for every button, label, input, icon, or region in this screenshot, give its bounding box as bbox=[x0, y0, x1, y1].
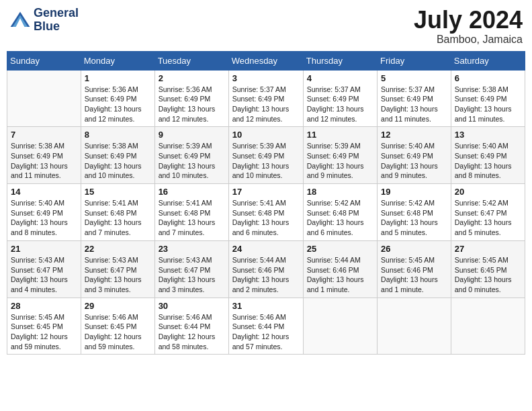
calendar-cell: 29Sunrise: 5:46 AM Sunset: 6:45 PM Dayli… bbox=[81, 298, 154, 355]
calendar-cell: 24Sunrise: 5:44 AM Sunset: 6:46 PM Dayli… bbox=[228, 240, 303, 298]
calendar-cell: 23Sunrise: 5:43 AM Sunset: 6:47 PM Dayli… bbox=[154, 240, 228, 298]
calendar-table: SundayMondayTuesdayWednesdayThursdayFrid… bbox=[7, 51, 525, 355]
day-number: 7 bbox=[11, 130, 77, 140]
day-number: 23 bbox=[159, 244, 225, 254]
day-number: 2 bbox=[159, 73, 225, 83]
day-number: 31 bbox=[232, 301, 300, 311]
day-number: 5 bbox=[381, 73, 447, 83]
day-number: 22 bbox=[85, 244, 151, 254]
day-number: 25 bbox=[307, 244, 373, 254]
calendar-cell: 26Sunrise: 5:45 AM Sunset: 6:46 PM Dayli… bbox=[378, 240, 451, 298]
day-info: Sunrise: 5:39 AM Sunset: 6:49 PM Dayligh… bbox=[307, 141, 373, 181]
day-info: Sunrise: 5:39 AM Sunset: 6:49 PM Dayligh… bbox=[159, 141, 225, 181]
day-info: Sunrise: 5:44 AM Sunset: 6:46 PM Dayligh… bbox=[307, 255, 373, 295]
calendar-cell: 1Sunrise: 5:36 AM Sunset: 6:49 PM Daylig… bbox=[81, 70, 154, 127]
day-info: Sunrise: 5:38 AM Sunset: 6:49 PM Dayligh… bbox=[455, 85, 521, 124]
day-info: Sunrise: 5:45 AM Sunset: 6:45 PM Dayligh… bbox=[455, 255, 521, 295]
calendar-cell bbox=[451, 298, 525, 355]
day-number: 27 bbox=[455, 244, 521, 254]
day-info: Sunrise: 5:42 AM Sunset: 6:47 PM Dayligh… bbox=[455, 198, 521, 238]
calendar-cell: 25Sunrise: 5:44 AM Sunset: 6:46 PM Dayli… bbox=[303, 240, 377, 298]
day-info: Sunrise: 5:46 AM Sunset: 6:44 PM Dayligh… bbox=[232, 312, 300, 352]
day-info: Sunrise: 5:37 AM Sunset: 6:49 PM Dayligh… bbox=[381, 85, 447, 124]
calendar-cell: 18Sunrise: 5:42 AM Sunset: 6:48 PM Dayli… bbox=[303, 184, 377, 241]
calendar-cell: 21Sunrise: 5:43 AM Sunset: 6:47 PM Dayli… bbox=[7, 240, 81, 298]
calendar-cell: 9Sunrise: 5:39 AM Sunset: 6:49 PM Daylig… bbox=[154, 127, 228, 184]
day-number: 15 bbox=[85, 187, 151, 197]
weekday-header-tuesday: Tuesday bbox=[154, 51, 228, 70]
logo-text: General Blue bbox=[34, 7, 79, 34]
day-info: Sunrise: 5:44 AM Sunset: 6:46 PM Dayligh… bbox=[232, 255, 300, 295]
day-info: Sunrise: 5:45 AM Sunset: 6:45 PM Dayligh… bbox=[11, 312, 77, 352]
calendar-cell: 13Sunrise: 5:40 AM Sunset: 6:49 PM Dayli… bbox=[451, 127, 525, 184]
weekday-header-wednesday: Wednesday bbox=[228, 51, 303, 70]
calendar-cell: 6Sunrise: 5:38 AM Sunset: 6:49 PM Daylig… bbox=[451, 70, 525, 127]
calendar-cell bbox=[378, 298, 451, 355]
day-info: Sunrise: 5:43 AM Sunset: 6:47 PM Dayligh… bbox=[85, 255, 151, 295]
day-info: Sunrise: 5:40 AM Sunset: 6:49 PM Dayligh… bbox=[381, 141, 447, 181]
day-info: Sunrise: 5:42 AM Sunset: 6:48 PM Dayligh… bbox=[307, 198, 373, 238]
calendar-cell: 3Sunrise: 5:37 AM Sunset: 6:49 PM Daylig… bbox=[228, 70, 303, 127]
calendar-week-3: 14Sunrise: 5:40 AM Sunset: 6:49 PM Dayli… bbox=[7, 184, 525, 241]
day-number: 28 bbox=[11, 301, 77, 311]
calendar-week-4: 21Sunrise: 5:43 AM Sunset: 6:47 PM Dayli… bbox=[7, 240, 525, 298]
day-info: Sunrise: 5:46 AM Sunset: 6:44 PM Dayligh… bbox=[159, 312, 225, 352]
day-number: 19 bbox=[381, 187, 447, 197]
calendar-cell: 7Sunrise: 5:38 AM Sunset: 6:49 PM Daylig… bbox=[7, 127, 81, 184]
day-info: Sunrise: 5:37 AM Sunset: 6:49 PM Dayligh… bbox=[307, 85, 373, 124]
day-info: Sunrise: 5:36 AM Sunset: 6:49 PM Dayligh… bbox=[159, 85, 225, 124]
calendar-cell: 16Sunrise: 5:41 AM Sunset: 6:48 PM Dayli… bbox=[154, 184, 228, 241]
calendar-header-row: SundayMondayTuesdayWednesdayThursdayFrid… bbox=[7, 51, 525, 70]
calendar-cell: 28Sunrise: 5:45 AM Sunset: 6:45 PM Dayli… bbox=[7, 298, 81, 355]
day-number: 9 bbox=[159, 130, 225, 140]
weekday-header-monday: Monday bbox=[81, 51, 154, 70]
calendar-cell: 31Sunrise: 5:46 AM Sunset: 6:44 PM Dayli… bbox=[228, 298, 303, 355]
month-title: July 2024 bbox=[414, 7, 523, 34]
day-number: 3 bbox=[232, 73, 300, 83]
calendar-week-5: 28Sunrise: 5:45 AM Sunset: 6:45 PM Dayli… bbox=[7, 298, 525, 355]
day-number: 20 bbox=[455, 187, 521, 197]
day-number: 17 bbox=[232, 187, 300, 197]
day-number: 30 bbox=[159, 301, 225, 311]
calendar-cell: 4Sunrise: 5:37 AM Sunset: 6:49 PM Daylig… bbox=[303, 70, 377, 127]
day-number: 16 bbox=[159, 187, 225, 197]
calendar-cell: 30Sunrise: 5:46 AM Sunset: 6:44 PM Dayli… bbox=[154, 298, 228, 355]
calendar-cell: 17Sunrise: 5:41 AM Sunset: 6:48 PM Dayli… bbox=[228, 184, 303, 241]
day-info: Sunrise: 5:37 AM Sunset: 6:49 PM Dayligh… bbox=[232, 85, 300, 124]
title-block: July 2024 Bamboo, Jamaica bbox=[414, 7, 523, 46]
calendar-body: 1Sunrise: 5:36 AM Sunset: 6:49 PM Daylig… bbox=[7, 70, 525, 355]
day-number: 4 bbox=[307, 73, 373, 83]
day-info: Sunrise: 5:38 AM Sunset: 6:49 PM Dayligh… bbox=[85, 141, 151, 181]
calendar-week-2: 7Sunrise: 5:38 AM Sunset: 6:49 PM Daylig… bbox=[7, 127, 525, 184]
calendar-cell: 8Sunrise: 5:38 AM Sunset: 6:49 PM Daylig… bbox=[81, 127, 154, 184]
day-number: 1 bbox=[85, 73, 151, 83]
day-number: 13 bbox=[455, 130, 521, 140]
logo: General Blue bbox=[9, 7, 79, 34]
calendar-cell: 15Sunrise: 5:41 AM Sunset: 6:48 PM Dayli… bbox=[81, 184, 154, 241]
calendar-cell: 14Sunrise: 5:40 AM Sunset: 6:49 PM Dayli… bbox=[7, 184, 81, 241]
day-info: Sunrise: 5:42 AM Sunset: 6:48 PM Dayligh… bbox=[381, 198, 447, 238]
day-number: 8 bbox=[85, 130, 151, 140]
calendar-cell: 22Sunrise: 5:43 AM Sunset: 6:47 PM Dayli… bbox=[81, 240, 154, 298]
page-header: General Blue July 2024 Bamboo, Jamaica bbox=[7, 7, 525, 46]
calendar-cell: 27Sunrise: 5:45 AM Sunset: 6:45 PM Dayli… bbox=[451, 240, 525, 298]
day-info: Sunrise: 5:39 AM Sunset: 6:49 PM Dayligh… bbox=[232, 141, 300, 181]
calendar-cell: 5Sunrise: 5:37 AM Sunset: 6:49 PM Daylig… bbox=[378, 70, 451, 127]
day-number: 24 bbox=[232, 244, 300, 254]
calendar-cell: 19Sunrise: 5:42 AM Sunset: 6:48 PM Dayli… bbox=[378, 184, 451, 241]
day-number: 11 bbox=[307, 130, 373, 140]
day-number: 21 bbox=[11, 244, 77, 254]
day-number: 10 bbox=[232, 130, 300, 140]
day-info: Sunrise: 5:40 AM Sunset: 6:49 PM Dayligh… bbox=[11, 198, 77, 238]
day-number: 18 bbox=[307, 187, 373, 197]
day-info: Sunrise: 5:41 AM Sunset: 6:48 PM Dayligh… bbox=[159, 198, 225, 238]
day-info: Sunrise: 5:43 AM Sunset: 6:47 PM Dayligh… bbox=[159, 255, 225, 295]
weekday-header-thursday: Thursday bbox=[303, 51, 377, 70]
day-info: Sunrise: 5:40 AM Sunset: 6:49 PM Dayligh… bbox=[455, 141, 521, 181]
logo-icon bbox=[9, 11, 31, 30]
calendar-cell: 10Sunrise: 5:39 AM Sunset: 6:49 PM Dayli… bbox=[228, 127, 303, 184]
calendar-cell bbox=[303, 298, 377, 355]
day-number: 29 bbox=[85, 301, 151, 311]
day-info: Sunrise: 5:46 AM Sunset: 6:45 PM Dayligh… bbox=[85, 312, 151, 352]
day-info: Sunrise: 5:41 AM Sunset: 6:48 PM Dayligh… bbox=[85, 198, 151, 238]
